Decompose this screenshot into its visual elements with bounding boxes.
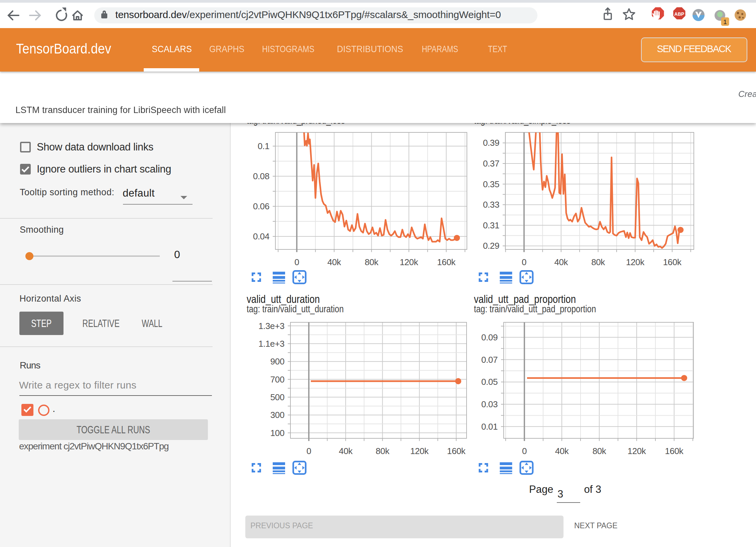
svg-text:0.01: 0.01 <box>481 422 498 432</box>
svg-text:100: 100 <box>270 428 284 438</box>
svg-text:120k: 120k <box>626 257 645 267</box>
svg-text:500: 500 <box>270 392 284 402</box>
svg-text:0.04: 0.04 <box>253 231 269 241</box>
svg-text:1.1e+3: 1.1e+3 <box>258 339 284 349</box>
svg-text:0.37: 0.37 <box>483 158 499 169</box>
svg-text:40k: 40k <box>555 446 569 456</box>
svg-text:0.1: 0.1 <box>258 141 269 151</box>
svg-text:160k: 160k <box>437 257 456 267</box>
svg-text:0.39: 0.39 <box>483 138 499 148</box>
svg-text:80k: 80k <box>591 257 605 267</box>
svg-text:40k: 40k <box>554 257 568 267</box>
svg-text:40k: 40k <box>339 446 353 456</box>
svg-text:0.06: 0.06 <box>253 201 269 211</box>
svg-text:40k: 40k <box>327 257 341 267</box>
svg-text:0.03: 0.03 <box>481 399 498 409</box>
svg-text:900: 900 <box>270 356 284 366</box>
svg-text:0.07: 0.07 <box>481 355 498 365</box>
svg-text:120k: 120k <box>628 446 646 456</box>
svg-text:0.29: 0.29 <box>483 241 499 251</box>
svg-text:0.33: 0.33 <box>483 200 499 210</box>
svg-text:0: 0 <box>294 257 299 267</box>
svg-text:80k: 80k <box>365 257 379 267</box>
svg-text:0.09: 0.09 <box>481 332 498 342</box>
svg-text:160k: 160k <box>663 257 682 267</box>
svg-text:300: 300 <box>270 410 284 420</box>
svg-text:80k: 80k <box>376 446 390 456</box>
svg-text:0.35: 0.35 <box>483 179 499 189</box>
svg-text:160k: 160k <box>665 446 684 456</box>
svg-text:700: 700 <box>270 374 284 385</box>
svg-text:120k: 120k <box>410 446 429 456</box>
svg-text:0.08: 0.08 <box>253 171 269 181</box>
svg-text:160k: 160k <box>447 446 466 456</box>
svg-text:1: 1 <box>723 18 727 25</box>
svg-text:0.05: 0.05 <box>481 377 498 387</box>
svg-text:0: 0 <box>306 446 311 456</box>
svg-text:120k: 120k <box>400 257 418 267</box>
svg-text:0: 0 <box>522 446 527 456</box>
svg-text:ABP: ABP <box>674 11 684 17</box>
svg-text:1.3e+3: 1.3e+3 <box>258 321 284 331</box>
svg-text:80k: 80k <box>593 446 607 456</box>
svg-text:0: 0 <box>522 257 526 267</box>
svg-text:0.31: 0.31 <box>483 220 499 230</box>
